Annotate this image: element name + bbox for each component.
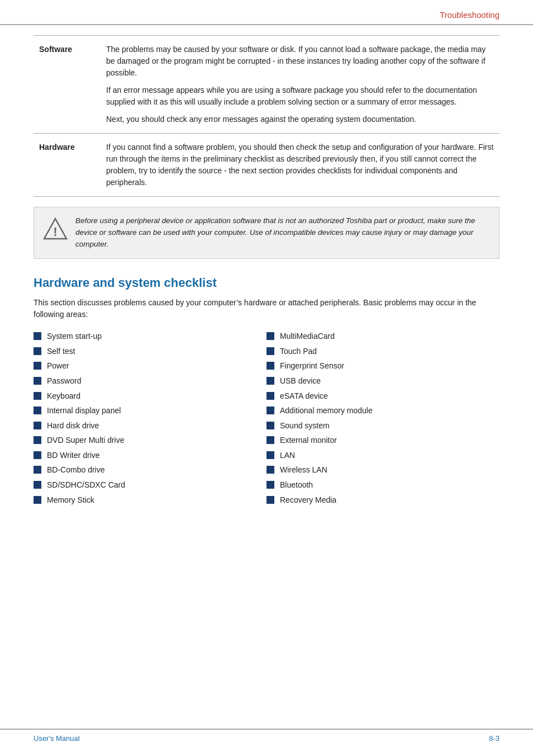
list-item-label: Wireless LAN <box>280 465 327 476</box>
list-item-label: Internal display panel <box>47 405 121 417</box>
list-item: Hard disk drive <box>34 420 266 432</box>
list-item-label: USB device <box>280 376 321 387</box>
list-item-label: Additional memory module <box>280 405 373 417</box>
table-row-paragraph: If you cannot find a software problem, y… <box>106 141 494 188</box>
page: Troubleshooting SoftwareThe problems may… <box>0 0 533 756</box>
list-item-bullet <box>34 377 41 385</box>
footer-page-number: 8-3 <box>489 734 499 743</box>
list-item-bullet <box>34 362 41 370</box>
list-item-label: BD-Combo drive <box>47 465 104 476</box>
list-item-bullet <box>34 466 41 474</box>
list-item-label: Sound system <box>280 420 330 432</box>
table-row: SoftwareThe problems may be caused by yo… <box>34 36 499 134</box>
list-item: Power <box>34 361 266 372</box>
list-item-label: Hard disk drive <box>47 420 99 432</box>
list-item-bullet <box>266 422 274 429</box>
table-row-paragraph: Next, you should check any error message… <box>106 114 494 125</box>
list-item: Keyboard <box>34 391 266 402</box>
list-item-bullet <box>34 481 41 489</box>
checklist-container: System start-upSelf testPowerPasswordKey… <box>34 331 499 509</box>
list-item-bullet <box>266 436 274 444</box>
footer-manual-label: User's Manual <box>34 734 80 743</box>
main-content: SoftwareThe problems may be caused by yo… <box>0 35 533 509</box>
warning-box: ! Before using a peripheral device or ap… <box>34 207 499 259</box>
list-item-bullet <box>266 392 274 400</box>
table-row-desc: The problems may be caused by your softw… <box>101 36 499 134</box>
list-item: Self test <box>34 346 266 357</box>
list-item: Additional memory module <box>266 405 499 417</box>
section-heading: Hardware and system checklist <box>34 276 499 290</box>
list-item: Touch Pad <box>266 346 499 357</box>
table-row-paragraph: If an error message appears while you ar… <box>106 84 494 108</box>
list-item: BD-Combo drive <box>34 465 266 476</box>
top-bar: Troubleshooting <box>0 0 533 25</box>
list-item-bullet <box>34 436 41 444</box>
list-item-bullet <box>266 362 274 370</box>
list-item: BD Writer drive <box>34 450 266 461</box>
list-item-label: BD Writer drive <box>47 450 100 461</box>
list-item: System start-up <box>34 331 266 342</box>
list-item-bullet <box>34 422 41 429</box>
list-item-bullet <box>34 392 41 400</box>
list-item-bullet <box>266 332 274 340</box>
list-item-label: Touch Pad <box>280 346 317 357</box>
list-item-bullet <box>34 347 41 355</box>
list-item: DVD Super Multi drive <box>34 435 266 446</box>
list-item: LAN <box>266 450 499 461</box>
warning-icon: ! <box>43 216 68 241</box>
info-table: SoftwareThe problems may be caused by yo… <box>34 35 499 197</box>
list-item: eSATA device <box>266 391 499 402</box>
list-item-label: eSATA device <box>280 391 328 402</box>
list-item-bullet <box>266 347 274 355</box>
list-item: SD/SDHC/SDXC Card <box>34 480 266 491</box>
table-row-paragraph: The problems may be caused by your softw… <box>106 44 494 79</box>
footer: User's Manual 8-3 <box>0 729 533 743</box>
list-item-label: External monitor <box>280 435 337 446</box>
page-header-title: Troubleshooting <box>440 10 499 20</box>
list-item: Wireless LAN <box>266 465 499 476</box>
table-row-desc: If you cannot find a software problem, y… <box>101 134 499 197</box>
warning-text: Before using a peripheral device or appl… <box>75 215 490 251</box>
list-item: Memory Stick <box>34 495 266 506</box>
table-row: HardwareIf you cannot find a software pr… <box>34 134 499 197</box>
list-item-bullet <box>34 496 41 504</box>
list-item-bullet <box>34 451 41 459</box>
list-item-bullet <box>266 377 274 385</box>
list-item-label: DVD Super Multi drive <box>47 435 125 446</box>
list-item-bullet <box>266 496 274 504</box>
list-item-label: Power <box>47 361 69 372</box>
list-item: MultiMediaCard <box>266 331 499 342</box>
list-item: Fingerprint Sensor <box>266 361 499 372</box>
checklist-left-col: System start-upSelf testPowerPasswordKey… <box>34 331 266 509</box>
list-item-label: Password <box>47 376 81 387</box>
section-intro: This section discusses problems caused b… <box>34 297 499 321</box>
list-item-bullet <box>266 407 274 414</box>
list-item-bullet <box>266 481 274 489</box>
list-item: Recovery Media <box>266 495 499 506</box>
list-item-label: Recovery Media <box>280 495 336 506</box>
list-item-label: Memory Stick <box>47 495 94 506</box>
list-item: External monitor <box>266 435 499 446</box>
list-item-bullet <box>34 332 41 340</box>
list-item-label: Fingerprint Sensor <box>280 361 344 372</box>
list-item: Password <box>34 376 266 387</box>
list-item-bullet <box>266 466 274 474</box>
list-item: Internal display panel <box>34 405 266 417</box>
list-item: Sound system <box>266 420 499 432</box>
checklist-right-col: MultiMediaCardTouch PadFingerprint Senso… <box>266 331 499 509</box>
table-row-label: Software <box>34 36 101 134</box>
list-item-label: SD/SDHC/SDXC Card <box>47 480 125 491</box>
list-item: USB device <box>266 376 499 387</box>
list-item-label: LAN <box>280 450 295 461</box>
table-row-label: Hardware <box>34 134 101 197</box>
list-item: Bluetooth <box>266 480 499 491</box>
svg-text:!: ! <box>53 225 57 239</box>
list-item-label: Keyboard <box>47 391 80 402</box>
list-item-bullet <box>34 407 41 414</box>
list-item-label: MultiMediaCard <box>280 331 335 342</box>
list-item-label: Self test <box>47 346 75 357</box>
list-item-bullet <box>266 451 274 459</box>
list-item-label: Bluetooth <box>280 480 313 491</box>
list-item-label: System start-up <box>47 331 102 342</box>
